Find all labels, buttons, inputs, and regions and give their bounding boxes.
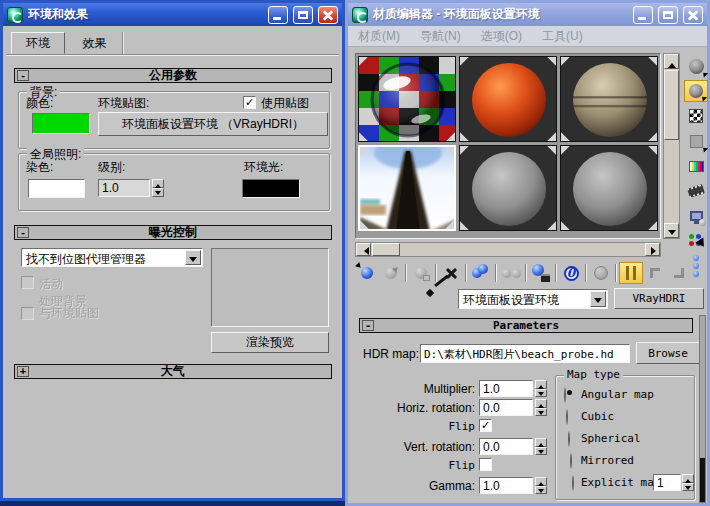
mtl-window-titlebar[interactable]: 材质编辑器 - 环境面板设置环境 bbox=[348, 3, 707, 26]
combo-dropdown-icon[interactable] bbox=[590, 291, 606, 307]
slots-horizontal-scrollbar[interactable] bbox=[355, 242, 661, 257]
horiz-rotation-field[interactable]: 0.0 bbox=[479, 399, 533, 416]
background-color-swatch[interactable] bbox=[32, 113, 90, 134]
spinner-up-icon[interactable] bbox=[535, 438, 547, 447]
sample-slot-2[interactable] bbox=[459, 56, 557, 142]
put-to-library-button[interactable] bbox=[529, 262, 553, 284]
put-material-to-scene-button[interactable] bbox=[379, 262, 403, 284]
level-spinner[interactable] bbox=[152, 179, 164, 197]
scroll-up-button[interactable] bbox=[664, 54, 679, 69]
rollout-atmosphere[interactable]: + 大气 bbox=[14, 364, 332, 379]
spinner-up-icon[interactable] bbox=[682, 474, 694, 483]
sample-type-button[interactable] bbox=[684, 55, 708, 77]
explicit-map-field[interactable]: 1 bbox=[653, 474, 681, 491]
sample-slot-1[interactable] bbox=[358, 56, 456, 142]
sample-slot-5[interactable] bbox=[459, 145, 557, 231]
maximize-button[interactable] bbox=[658, 6, 678, 24]
spinner-up-icon[interactable] bbox=[535, 380, 547, 389]
exposure-combo[interactable]: 找不到位图代理管理器 bbox=[21, 248, 203, 267]
combo-dropdown-icon[interactable] bbox=[185, 250, 201, 265]
tint-color-swatch[interactable] bbox=[28, 179, 85, 198]
ambient-color-swatch[interactable] bbox=[242, 179, 300, 198]
collapse-minus-icon[interactable]: - bbox=[17, 227, 29, 238]
make-material-copy-button[interactable] bbox=[469, 262, 493, 284]
sample-slot-4-active[interactable] bbox=[358, 145, 456, 231]
use-map-checkbox[interactable]: ✓ bbox=[243, 96, 256, 109]
scrollbar-thumb[interactable] bbox=[700, 458, 705, 502]
spinner-up-icon[interactable] bbox=[535, 399, 547, 408]
render-preview-button[interactable]: 渲染预览 bbox=[211, 332, 329, 353]
close-button[interactable] bbox=[683, 6, 703, 24]
mirrored-radio[interactable] bbox=[570, 453, 572, 469]
spinner-down-icon[interactable] bbox=[535, 408, 547, 417]
flip-h-checkbox[interactable]: ✓ bbox=[479, 419, 492, 432]
material-type-button[interactable]: VRayHDRI bbox=[614, 288, 704, 309]
spinner-down-icon[interactable] bbox=[535, 447, 547, 456]
tab-environment[interactable]: 环境 bbox=[11, 32, 65, 54]
vert-rotation-field[interactable]: 0.0 bbox=[479, 438, 533, 455]
get-material-button[interactable] bbox=[355, 262, 379, 284]
options-button[interactable] bbox=[684, 205, 708, 227]
spherical-radio[interactable] bbox=[568, 431, 570, 447]
explicit-map-spinner[interactable] bbox=[682, 474, 694, 491]
menu-material[interactable]: 材质(M) bbox=[358, 28, 400, 45]
gamma-spinner[interactable] bbox=[535, 477, 547, 494]
make-preview-button[interactable] bbox=[684, 180, 708, 202]
scroll-left-button[interactable] bbox=[356, 243, 371, 256]
scrollbar-thumb[interactable] bbox=[372, 243, 400, 256]
active-checkbox[interactable] bbox=[21, 276, 34, 289]
material-name-combo[interactable]: 环境面板设置环境 bbox=[458, 289, 608, 309]
level-field[interactable]: 1.0 bbox=[98, 179, 150, 197]
show-end-result-button[interactable] bbox=[619, 262, 643, 284]
minimize-button[interactable] bbox=[633, 6, 653, 24]
tab-effects[interactable]: 效果 bbox=[67, 32, 123, 54]
spinner-down-icon[interactable] bbox=[535, 389, 547, 398]
menu-utilities[interactable]: 工具(U) bbox=[542, 28, 583, 45]
pick-material-button[interactable] bbox=[434, 289, 454, 309]
multiplier-spinner[interactable] bbox=[535, 380, 547, 397]
hdr-map-field[interactable]: D:\素材\HDR图片\beach_probe.hd bbox=[420, 344, 630, 363]
slots-vertical-scrollbar[interactable] bbox=[663, 53, 680, 239]
scroll-right-button[interactable] bbox=[645, 243, 660, 256]
collapse-plus-icon[interactable]: + bbox=[17, 366, 29, 377]
close-button[interactable] bbox=[318, 6, 338, 24]
material-id-channel-button[interactable]: 0 bbox=[559, 262, 583, 284]
backlight-button[interactable] bbox=[684, 80, 708, 102]
parameters-scrollbar[interactable] bbox=[699, 315, 706, 503]
angular-map-radio[interactable] bbox=[564, 387, 566, 403]
gamma-field[interactable]: 1.0 bbox=[479, 477, 533, 494]
show-map-in-viewport-button[interactable] bbox=[589, 262, 613, 284]
scrollbar-thumb[interactable] bbox=[664, 70, 679, 140]
background-button[interactable] bbox=[684, 105, 708, 127]
go-to-parent-button[interactable] bbox=[643, 262, 667, 284]
env-window-titlebar[interactable]: 环境和效果 bbox=[3, 3, 342, 26]
collapse-minus-icon[interactable]: - bbox=[17, 70, 29, 81]
go-forward-sibling-button[interactable] bbox=[667, 262, 691, 284]
rollout-common-params[interactable]: - 公用参数 bbox=[14, 68, 332, 83]
rollout-parameters[interactable]: - Parameters bbox=[359, 318, 693, 333]
select-by-material-button[interactable] bbox=[684, 230, 708, 252]
explicit-map-radio[interactable] bbox=[572, 475, 574, 491]
vert-rotation-spinner[interactable] bbox=[535, 438, 547, 455]
menu-options[interactable]: 选项(O) bbox=[481, 28, 522, 45]
sample-uv-tiling-button[interactable] bbox=[684, 130, 708, 152]
cubic-radio[interactable] bbox=[566, 409, 568, 425]
menu-navigation[interactable]: 导航(N) bbox=[420, 28, 461, 45]
multiplier-field[interactable]: 1.0 bbox=[479, 380, 533, 397]
horiz-rotation-spinner[interactable] bbox=[535, 399, 547, 416]
minimize-button[interactable] bbox=[268, 6, 288, 24]
spinner-down-icon[interactable] bbox=[682, 483, 694, 492]
spinner-up-icon[interactable] bbox=[535, 477, 547, 486]
browse-button[interactable]: Browse bbox=[636, 342, 700, 364]
video-color-check-button[interactable] bbox=[684, 155, 708, 177]
sample-slot-3[interactable] bbox=[560, 56, 658, 142]
maximize-button[interactable] bbox=[293, 6, 313, 24]
rollout-exposure-control[interactable]: - 曝光控制 bbox=[14, 225, 332, 240]
assign-material-button[interactable] bbox=[409, 262, 433, 284]
make-unique-button[interactable] bbox=[499, 262, 523, 284]
spinner-down-icon[interactable] bbox=[535, 486, 547, 495]
environment-map-button[interactable]: 环境面板设置环境 （VRayHDRI） bbox=[98, 112, 328, 136]
flip-v-checkbox[interactable] bbox=[479, 458, 492, 471]
process-bg-checkbox[interactable] bbox=[21, 307, 34, 320]
spinner-down-icon[interactable] bbox=[152, 188, 164, 197]
